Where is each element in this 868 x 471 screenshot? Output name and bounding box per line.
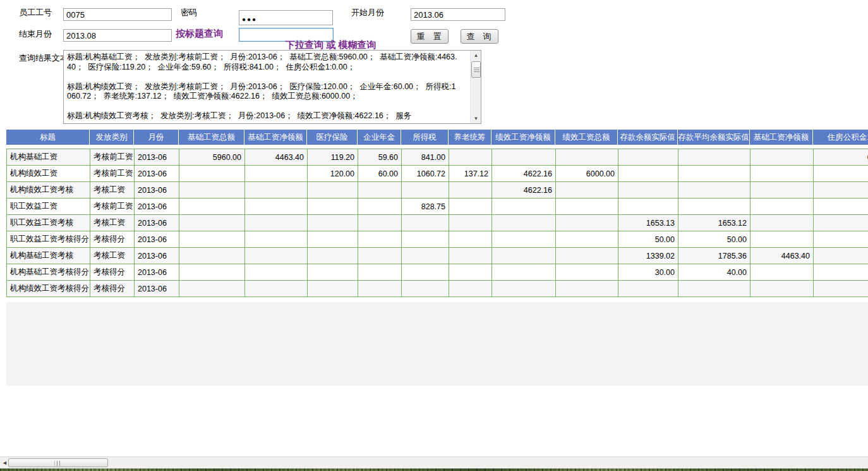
- cell[interactable]: [814, 166, 868, 182]
- cell[interactable]: 119.20: [308, 149, 358, 166]
- cell[interactable]: 考核前工资: [90, 199, 135, 215]
- cell[interactable]: 考核得分: [90, 264, 135, 281]
- column-header-11[interactable]: 存款余额实际值: [618, 130, 678, 145]
- table-row[interactable]: 机构绩效工资考核考核工资2013-064622.16: [7, 182, 868, 199]
- cell[interactable]: 5960.00: [179, 149, 245, 166]
- column-header-2[interactable]: 月份: [134, 130, 179, 145]
- cell[interactable]: 职工效益工资考核: [7, 215, 90, 231]
- cell[interactable]: 考核工资: [90, 215, 135, 231]
- employee-id-input[interactable]: [63, 8, 172, 21]
- scroll-up-icon[interactable]: ▲: [471, 51, 481, 60]
- cell[interactable]: [308, 199, 358, 215]
- cell[interactable]: [308, 264, 358, 281]
- cell[interactable]: [814, 231, 868, 248]
- cell[interactable]: [179, 199, 245, 215]
- cell[interactable]: [245, 264, 308, 281]
- cell[interactable]: [179, 281, 245, 297]
- cell[interactable]: [618, 166, 678, 182]
- cell[interactable]: [618, 281, 678, 297]
- column-header-8[interactable]: 养老统筹: [449, 130, 491, 145]
- cell[interactable]: [556, 199, 618, 215]
- horizontal-scrollbar[interactable]: ◄: [0, 456, 868, 468]
- table-row[interactable]: 职工效益工资考核前工资2013-06828.75: [7, 199, 868, 215]
- cell[interactable]: [245, 281, 308, 297]
- cell[interactable]: 2013-06: [135, 166, 179, 182]
- cell[interactable]: [814, 264, 868, 281]
- column-header-14[interactable]: 住房公积金1: [813, 130, 868, 145]
- horizontal-scrollbar-thumb[interactable]: [8, 458, 108, 467]
- cell[interactable]: [179, 182, 245, 199]
- cell[interactable]: [449, 231, 492, 248]
- cell[interactable]: [245, 199, 308, 215]
- cell[interactable]: [678, 281, 750, 297]
- cell[interactable]: [245, 231, 308, 248]
- cell[interactable]: [492, 149, 556, 166]
- cell[interactable]: 50.00: [618, 231, 678, 248]
- cell[interactable]: 4622.16: [492, 182, 556, 199]
- cell[interactable]: [179, 215, 245, 231]
- cell[interactable]: 4463.40: [750, 248, 814, 264]
- cell[interactable]: [814, 215, 868, 231]
- cell[interactable]: 考核工资: [90, 248, 135, 264]
- cell[interactable]: [245, 182, 308, 199]
- cell[interactable]: [618, 199, 678, 215]
- cell[interactable]: 考核前工资: [90, 166, 135, 182]
- cell[interactable]: [492, 215, 556, 231]
- cell[interactable]: [402, 182, 449, 199]
- cell[interactable]: 2013-06: [135, 199, 179, 215]
- scroll-left-icon[interactable]: ◄: [2, 459, 8, 467]
- result-textarea[interactable]: 标题:机构基础工资； 发放类别:考核前工资； 月份:2013-06； 基础工资总…: [63, 50, 481, 124]
- cell[interactable]: [358, 281, 402, 297]
- cell[interactable]: 0.00: [814, 149, 868, 166]
- result-vertical-scrollbar[interactable]: ▲ ▼: [470, 51, 481, 123]
- cell[interactable]: [814, 199, 868, 215]
- table-row[interactable]: 机构基础工资考核前工资2013-065960.004463.40119.2059…: [7, 149, 868, 166]
- cell[interactable]: [402, 248, 449, 264]
- cell[interactable]: 1339.02: [618, 248, 678, 264]
- cell[interactable]: [308, 281, 358, 297]
- password-input[interactable]: [239, 10, 333, 25]
- cell[interactable]: 考核得分: [90, 281, 135, 297]
- cell[interactable]: [750, 182, 814, 199]
- column-header-9[interactable]: 绩效工资净领额: [491, 130, 555, 145]
- cell[interactable]: [245, 248, 308, 264]
- cell[interactable]: 机构基础工资考核: [7, 248, 90, 264]
- cell[interactable]: [678, 166, 750, 182]
- column-header-1[interactable]: 发放类别: [90, 130, 134, 145]
- table-row[interactable]: 机构基础工资考核考核工资2013-061339.021785.364463.40: [7, 248, 868, 264]
- cell[interactable]: [814, 281, 868, 297]
- cell[interactable]: [402, 215, 449, 231]
- cell[interactable]: [492, 231, 556, 248]
- cell[interactable]: [492, 248, 556, 264]
- cell[interactable]: 职工效益工资考核得分: [7, 231, 90, 248]
- column-header-4[interactable]: 基础工资净领额: [244, 130, 307, 145]
- cell[interactable]: [556, 281, 618, 297]
- cell[interactable]: 2013-06: [135, 281, 179, 297]
- cell[interactable]: [814, 248, 868, 264]
- column-header-5[interactable]: 医疗保险: [307, 130, 358, 145]
- cell[interactable]: [308, 248, 358, 264]
- cell[interactable]: [750, 199, 814, 215]
- cell[interactable]: [618, 182, 678, 199]
- cell[interactable]: 841.00: [402, 149, 449, 166]
- column-header-3[interactable]: 基础工资总额: [179, 130, 244, 145]
- cell[interactable]: 1060.72: [402, 166, 449, 182]
- cell[interactable]: 60.00: [358, 166, 402, 182]
- cell[interactable]: [449, 182, 492, 199]
- cell[interactable]: [179, 166, 245, 182]
- cell[interactable]: 120.00: [308, 166, 358, 182]
- cell[interactable]: [358, 248, 402, 264]
- cell[interactable]: 机构绩效工资考核: [7, 182, 90, 199]
- cell[interactable]: [556, 264, 618, 281]
- cell[interactable]: [358, 231, 402, 248]
- cell[interactable]: [245, 166, 308, 182]
- cell[interactable]: 2013-06: [135, 264, 179, 281]
- cell[interactable]: [492, 281, 556, 297]
- start-month-input[interactable]: [411, 8, 505, 21]
- cell[interactable]: 2013-06: [135, 231, 179, 248]
- table-row[interactable]: 机构绩效工资考核得分考核得分2013-06: [7, 281, 868, 297]
- cell[interactable]: [492, 264, 556, 281]
- cell[interactable]: 机构绩效工资考核得分: [7, 281, 90, 297]
- column-header-12[interactable]: 存款平均余额实际值: [678, 130, 750, 145]
- cell[interactable]: [750, 166, 814, 182]
